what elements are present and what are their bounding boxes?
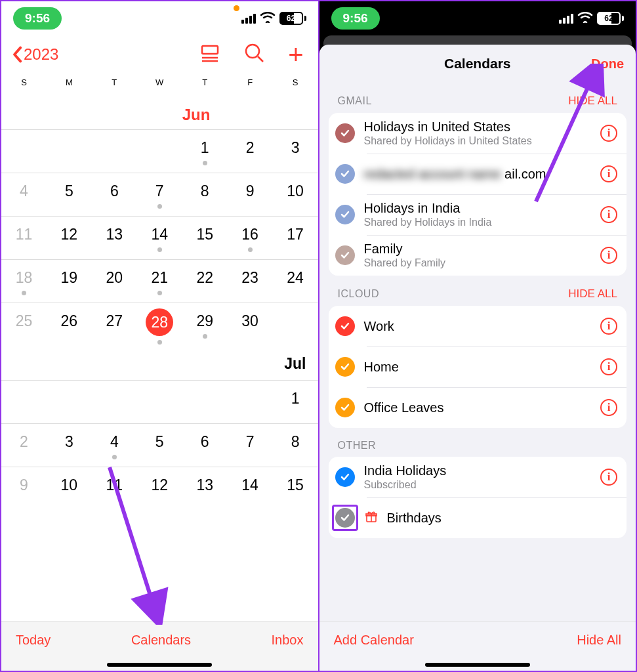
day-cell-today[interactable]: 28: [137, 303, 182, 346]
info-icon[interactable]: i: [600, 469, 617, 486]
day-cell[interactable]: 8: [182, 173, 228, 216]
day-cell[interactable]: 6: [182, 424, 228, 467]
info-icon[interactable]: i: [600, 165, 617, 182]
battery-icon: 62: [597, 12, 624, 25]
check-icon[interactable]: [335, 398, 355, 417]
cellular-icon: [559, 14, 573, 24]
info-icon[interactable]: i: [600, 125, 617, 142]
home-indicator: [107, 663, 212, 667]
check-icon[interactable]: [335, 467, 355, 487]
check-icon[interactable]: [335, 164, 355, 184]
day-cell[interactable]: 24: [273, 260, 318, 303]
day-cell[interactable]: 2: [228, 130, 273, 173]
day-cell[interactable]: 22: [182, 260, 228, 303]
add-calendar-button[interactable]: Add Calendar: [334, 633, 414, 648]
check-icon[interactable]: [335, 508, 355, 528]
check-icon[interactable]: [335, 205, 355, 224]
day-cell[interactable]: 23: [228, 260, 273, 303]
battery-icon: 62: [279, 12, 306, 25]
day-cell[interactable]: 18: [1, 260, 47, 303]
svg-point-3: [246, 45, 259, 58]
day-cell[interactable]: 7: [137, 173, 182, 216]
day-cell[interactable]: 15: [182, 217, 228, 259]
day-cell[interactable]: 10: [47, 467, 92, 510]
day-cell[interactable]: 9: [1, 467, 47, 510]
day-cell[interactable]: 26: [47, 303, 92, 346]
day-cell[interactable]: 8: [273, 424, 318, 467]
check-icon[interactable]: [335, 357, 355, 377]
svg-rect-0: [202, 46, 218, 54]
day-cell[interactable]: 1: [273, 381, 318, 423]
day-cell[interactable]: 2: [1, 424, 47, 467]
done-button[interactable]: Done: [591, 56, 624, 72]
day-cell[interactable]: 17: [273, 217, 318, 259]
day-cell[interactable]: 4: [1, 173, 47, 216]
privacy-indicator-dot: [234, 5, 239, 11]
calendar-row[interactable]: redacted account name ail.com i: [329, 154, 627, 194]
back-to-year-button[interactable]: 2023: [12, 45, 58, 64]
today-button[interactable]: Today: [16, 633, 51, 648]
calendar-name: redacted account name ail.com: [364, 167, 592, 182]
info-icon[interactable]: i: [600, 247, 617, 264]
calendar-row[interactable]: Home i: [329, 346, 627, 387]
calendar-row[interactable]: Work i: [329, 306, 627, 346]
search-icon[interactable]: [243, 42, 266, 67]
day-cell[interactable]: 15: [273, 467, 318, 510]
add-event-button[interactable]: +: [288, 47, 303, 62]
calendar-row[interactable]: Holidays in India Shared by Holidays in …: [329, 194, 627, 235]
calendar-row[interactable]: India Holidays Subscribed i: [329, 457, 627, 497]
check-icon[interactable]: [335, 123, 355, 143]
calendar-sub: Subscribed: [364, 479, 592, 491]
list-view-icon[interactable]: [199, 42, 221, 67]
inbox-button[interactable]: Inbox: [272, 633, 304, 648]
day-cell[interactable]: 13: [92, 217, 137, 259]
phone-calendars-sheet: 9:56 62 Calendars Done GMAIL HIDE ALL: [319, 0, 638, 672]
calendar-row[interactable]: Holidays in United States Shared by Holi…: [329, 113, 627, 154]
day-cell[interactable]: 10: [273, 173, 318, 216]
home-indicator: [425, 663, 530, 667]
hide-all-icloud[interactable]: HIDE ALL: [568, 287, 617, 301]
day-cell[interactable]: 14: [228, 467, 273, 510]
status-bar: 9:56 62: [1, 1, 318, 35]
calendar-name: Holidays in India: [364, 201, 592, 216]
day-cell[interactable]: 19: [47, 260, 92, 303]
calendar-name: India Holidays: [364, 463, 592, 478]
day-cell[interactable]: 30: [228, 303, 273, 346]
day-cell[interactable]: 12: [137, 467, 182, 510]
day-cell[interactable]: 27: [92, 303, 137, 346]
info-icon[interactable]: i: [600, 318, 617, 335]
calendar-row[interactable]: Family Shared by Family i: [329, 235, 627, 276]
info-icon[interactable]: i: [600, 206, 617, 223]
calendar-row-birthdays[interactable]: Birthdays: [329, 497, 627, 538]
day-cell[interactable]: 11: [92, 467, 137, 510]
day-cell[interactable]: 14: [137, 217, 182, 259]
day-cell[interactable]: 7: [228, 424, 273, 467]
month-grid[interactable]: Jun 1 2 3 4 5 6 7 8 9 10 11 12 13 14 15 …: [1, 93, 318, 510]
day-cell[interactable]: 6: [92, 173, 137, 216]
calendars-button[interactable]: Calendars: [131, 633, 191, 648]
calendar-name: Office Leaves: [364, 400, 592, 415]
check-icon[interactable]: [335, 245, 355, 265]
day-cell[interactable]: 3: [273, 130, 318, 173]
day-cell[interactable]: 21: [137, 260, 182, 303]
hide-all-button[interactable]: Hide All: [577, 633, 621, 648]
info-icon[interactable]: i: [600, 399, 617, 416]
day-cell[interactable]: 5: [47, 173, 92, 216]
day-cell[interactable]: 29: [182, 303, 228, 346]
calendar-name: Holidays in United States: [364, 119, 592, 135]
day-cell[interactable]: 4: [92, 424, 137, 467]
day-cell[interactable]: 9: [228, 173, 273, 216]
check-icon[interactable]: [335, 316, 355, 336]
day-cell[interactable]: 20: [92, 260, 137, 303]
hide-all-gmail[interactable]: HIDE ALL: [568, 94, 617, 108]
day-cell[interactable]: 12: [47, 217, 92, 259]
day-cell[interactable]: 25: [1, 303, 47, 346]
day-cell[interactable]: 13: [182, 467, 228, 510]
day-cell[interactable]: 1: [182, 130, 228, 173]
day-cell[interactable]: 3: [47, 424, 92, 467]
info-icon[interactable]: i: [600, 358, 617, 375]
day-cell[interactable]: 16: [228, 217, 273, 259]
day-cell[interactable]: 11: [1, 217, 47, 259]
day-cell[interactable]: 5: [137, 424, 182, 467]
calendar-row[interactable]: Office Leaves i: [329, 387, 627, 428]
